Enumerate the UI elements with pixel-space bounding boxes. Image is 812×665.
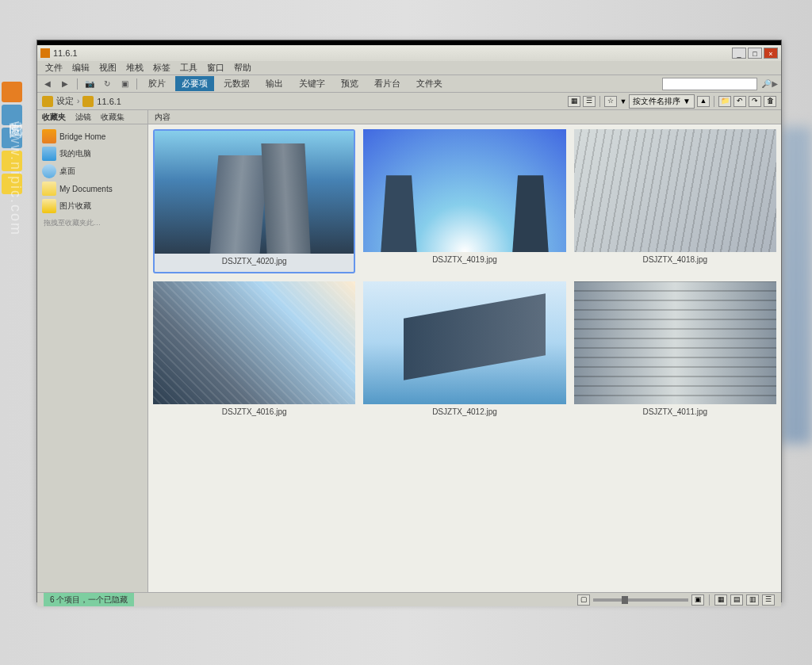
bg-sidebar-icons (2, 79, 25, 197)
zoom-in-button[interactable]: ▣ (691, 594, 704, 606)
window-title: 11.6.1 (53, 48, 732, 58)
tab-preview[interactable]: 预览 (335, 76, 365, 91)
camera-icon[interactable]: 📷 (82, 78, 97, 90)
toolbar: 📷 ▣ 胶片 必要项 元数据 输出 关键字 预览 看片台 文件夹 🔍 (37, 75, 781, 93)
close-button[interactable]: × (764, 48, 778, 59)
titlebar[interactable]: 11.6.1 _ □ × (37, 45, 781, 61)
sidebar-item-label: 我的电脑 (59, 148, 91, 159)
minimize-button[interactable]: _ (732, 48, 746, 59)
zoom-out-button[interactable]: ▢ (577, 594, 590, 606)
sidebar-tab-collections[interactable]: 收藏集 (96, 110, 129, 124)
menu-label[interactable]: 标签 (148, 62, 175, 74)
view-mode-list[interactable] (762, 594, 775, 606)
sidebar-tabs: 收藏夹 滤镜 收藏集 (37, 110, 147, 124)
zoom-controls: ▢ ▣ ▤ ▥ (577, 594, 775, 606)
sidebar-item-bridge-home[interactable]: Bridge Home (40, 128, 144, 145)
sidebar-tab-favorites[interactable]: 收藏夹 (37, 110, 71, 124)
separator (709, 594, 710, 606)
zoom-slider[interactable] (593, 598, 688, 602)
sidebar-item-documents[interactable]: My Documents (40, 180, 144, 197)
sidebar-item-label: Bridge Home (59, 132, 105, 141)
thumbnail-item[interactable]: DSJZTX_4020.jpg (153, 129, 355, 273)
sidebar-hint: 拖拽至收藏夹此… (40, 215, 144, 231)
menu-file[interactable]: 文件 (40, 62, 67, 74)
folder-icon (42, 182, 56, 196)
menu-window[interactable]: 窗口 (202, 62, 229, 74)
delete-button[interactable]: 🗑 (764, 96, 776, 107)
sidebar-item-label: 桌面 (59, 166, 75, 177)
rotate-cw-button[interactable]: ↷ (749, 96, 761, 107)
search-input[interactable] (662, 78, 757, 90)
sidebar-item-computer[interactable]: 我的电脑 (40, 145, 144, 162)
content-header-label: 内容 (155, 112, 170, 123)
thumbnail-item[interactable]: DSJZTX_4012.jpg (363, 281, 565, 422)
window-controls: _ □ × (732, 48, 778, 59)
thumbnail-image (574, 281, 776, 404)
folder-icon (82, 96, 94, 107)
thumbnail-filename: DSJZTX_4011.jpg (574, 404, 776, 422)
sidebar-tab-filter[interactable]: 滤镜 (71, 110, 96, 124)
tab-lightbox[interactable]: 看片台 (368, 76, 407, 91)
sidebar-item-label: My Documents (59, 185, 113, 193)
star-filter-button[interactable] (604, 96, 617, 107)
content-panel: 内容 DSJZTX_4020.jpg DSJZTX_4019.jpg DSJZT… (148, 110, 781, 592)
tab-folders[interactable]: 文件夹 (410, 76, 449, 91)
menubar: 文件 编辑 视图 堆栈 标签 工具 窗口 帮助 (37, 61, 781, 75)
new-folder-button[interactable]: 📁 (718, 96, 731, 107)
chevron-right-icon: › (77, 97, 79, 105)
thumbnail-image (153, 281, 355, 404)
thumbnail-filename: DSJZTX_4019.jpg (363, 252, 565, 270)
menu-edit[interactable]: 编辑 (67, 62, 94, 74)
thumbnail-item[interactable]: DSJZTX_4011.jpg (574, 281, 776, 422)
back-button[interactable] (40, 78, 55, 90)
list-view-button[interactable] (583, 96, 596, 107)
thumbnail-image (363, 129, 565, 252)
view-mode-3[interactable]: ▥ (746, 594, 759, 606)
menu-stack[interactable]: 堆栈 (121, 62, 148, 74)
tab-metadata[interactable]: 元数据 (217, 76, 256, 91)
status-text: 6 个项目，一个已隐藏 (50, 594, 128, 606)
breadcrumb: 设定 › 11.6.1 ▼ 按文件名排序 ▼ 📁 ↶ ↷ 🗑 (37, 93, 781, 110)
app-window: 11.6.1 _ □ × 文件 编辑 视图 堆栈 标签 工具 窗口 帮助 📷 ▣… (36, 40, 782, 602)
thumbnail-grid[interactable]: DSJZTX_4020.jpg DSJZTX_4019.jpg DSJZTX_4… (148, 124, 781, 592)
thumbnail-image (574, 129, 776, 252)
maximize-button[interactable]: □ (748, 48, 762, 59)
thumbnail-filename: DSJZTX_4020.jpg (155, 254, 354, 272)
app-icon (40, 48, 50, 58)
bg-right-blur (780, 127, 812, 444)
folder-icon (42, 96, 53, 107)
grid-view-button[interactable] (568, 96, 580, 107)
rotate-ccw-button[interactable]: ↶ (733, 96, 746, 107)
thumbnail-item[interactable]: DSJZTX_4018.jpg (574, 129, 776, 273)
tab-essentials[interactable]: 必要项 (175, 76, 214, 91)
home-icon (42, 129, 56, 143)
menu-view[interactable]: 视图 (94, 62, 121, 74)
desktop-icon (42, 164, 56, 178)
forward-button[interactable] (58, 78, 72, 90)
tab-keywords[interactable]: 关键字 (293, 76, 331, 91)
sidebar-item-desktop[interactable]: 桌面 (40, 162, 144, 180)
refresh-button[interactable] (100, 78, 114, 90)
open-button[interactable]: ▣ (117, 78, 132, 90)
pictures-icon (42, 199, 56, 213)
chevron-down-icon: ▼ (619, 97, 626, 105)
separator (77, 78, 78, 90)
sidebar: 收藏夹 滤镜 收藏集 Bridge Home 我的电脑 桌面 (37, 110, 148, 592)
sort-direction-button[interactable] (697, 96, 710, 107)
sidebar-item-pictures[interactable]: 图片收藏 (40, 197, 144, 215)
thumbnail-filename: DSJZTX_4018.jpg (574, 252, 776, 270)
breadcrumb-current[interactable]: 11.6.1 (97, 97, 121, 106)
menu-help[interactable]: 帮助 (229, 62, 256, 74)
thumbnail-item[interactable]: DSJZTX_4016.jpg (153, 281, 355, 422)
tab-output[interactable]: 输出 (259, 76, 289, 91)
separator (136, 78, 137, 90)
view-mode-2[interactable]: ▤ (730, 594, 743, 606)
slider-thumb[interactable] (622, 596, 628, 604)
thumbnail-item[interactable]: DSJZTX_4019.jpg (363, 129, 565, 273)
breadcrumb-root[interactable]: 设定 (56, 95, 74, 107)
view-mode-grid[interactable] (714, 594, 727, 606)
tab-film[interactable]: 胶片 (142, 76, 172, 91)
view-controls: ▼ 按文件名排序 ▼ 📁 ↶ ↷ 🗑 (568, 94, 776, 109)
menu-tools[interactable]: 工具 (175, 62, 202, 74)
sort-dropdown[interactable]: 按文件名排序 ▼ (629, 94, 695, 109)
